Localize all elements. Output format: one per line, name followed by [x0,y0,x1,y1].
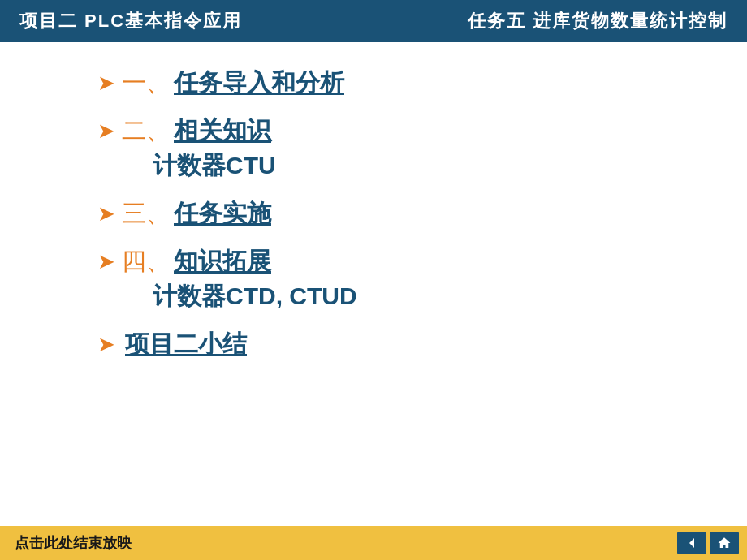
menu-row-2: ➤ 二、 相关知识 [97,114,698,148]
footer-bar: 点击此处结束放映 [0,526,747,560]
menu-link-1[interactable]: 任务导入和分析 [174,67,344,100]
menu-item-4: ➤ 四、 知识拓展 计数器CTD, CTUD [97,245,698,313]
menu-number-1: 一、 [122,67,171,100]
menu-row-3: ➤ 三、 任务实施 [97,197,698,230]
prev-button[interactable] [677,532,706,554]
arrow-icon-3: ➤ [97,201,115,226]
arrow-icon-5: ➤ [97,332,115,357]
slide: 项目二 PLC基本指令应用 任务五 进库货物数量统计控制 ➤ 一、 任务导入和分… [0,0,747,560]
menu-link-5[interactable]: 项目二小结 [125,328,247,361]
menu-sub-2: 计数器CTU [153,149,698,183]
header-right-title: 任务五 进库货物数量统计控制 [468,9,728,33]
menu-number-2: 二、 [122,114,171,148]
home-button[interactable] [710,532,739,554]
home-icon [717,536,732,550]
menu-number-3: 三、 [122,197,171,230]
menu-row-5: ➤ 项目二小结 [97,328,698,361]
menu-row-1: ➤ 一、 任务导入和分析 [97,67,698,100]
menu-item-5: ➤ 项目二小结 [97,328,698,361]
arrow-icon-2: ➤ [97,118,115,144]
main-content: ➤ 一、 任务导入和分析 ➤ 二、 相关知识 计数器CTU ➤ 三、 任务实施 [0,42,747,526]
menu-item-2: ➤ 二、 相关知识 计数器CTU [97,114,698,183]
menu-row-4: ➤ 四、 知识拓展 [97,245,698,278]
menu-link-3[interactable]: 任务实施 [174,197,271,230]
menu-link-4[interactable]: 知识拓展 [174,245,271,278]
menu-sub-4: 计数器CTD, CTUD [153,280,698,313]
footer-end-label[interactable]: 点击此处结束放映 [15,533,132,553]
svg-marker-0 [689,538,694,548]
header-left-title: 项目二 PLC基本指令应用 [19,9,242,33]
menu-link-2[interactable]: 相关知识 [174,114,271,148]
arrow-icon-1: ➤ [97,71,115,96]
menu-item-1: ➤ 一、 任务导入和分析 [97,67,698,100]
header-bar: 项目二 PLC基本指令应用 任务五 进库货物数量统计控制 [0,0,747,42]
prev-icon [684,536,699,550]
menu-number-4: 四、 [122,245,171,278]
menu-item-3: ➤ 三、 任务实施 [97,197,698,230]
arrow-icon-4: ➤ [97,249,115,274]
footer-nav [677,532,739,554]
